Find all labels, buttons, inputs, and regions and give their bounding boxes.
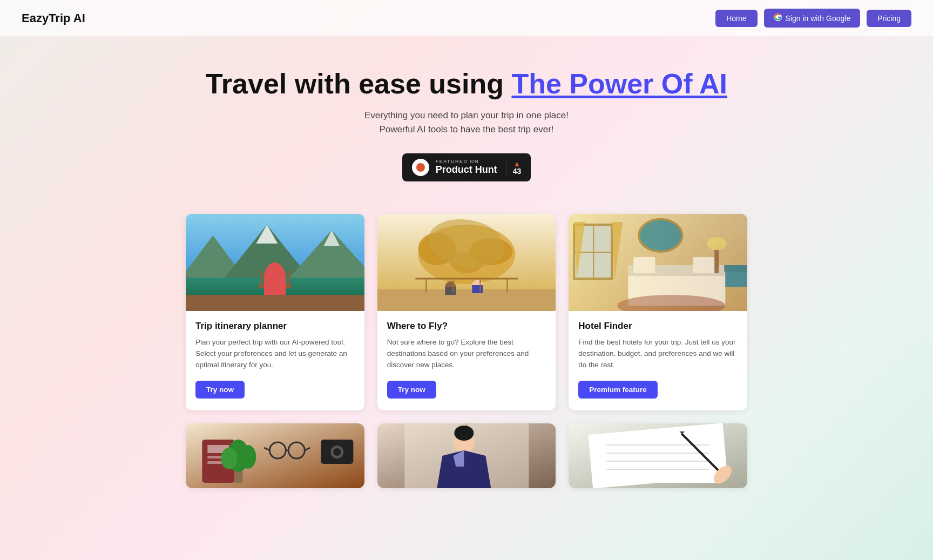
home-button[interactable]: Home — [715, 10, 757, 27]
svg-rect-47 — [725, 265, 747, 272]
svg-rect-39 — [634, 257, 655, 273]
svg-point-72 — [461, 427, 467, 433]
cards-grid: Trip itinerary planner Plan your perfect… — [186, 214, 747, 410]
card-itinerary-try-button[interactable]: Try now — [195, 381, 245, 399]
card-where-to-fly-desc: Not sure where to go? Explore the best d… — [387, 337, 546, 371]
svg-point-11 — [267, 278, 282, 285]
svg-point-13 — [269, 271, 281, 275]
svg-rect-7 — [186, 278, 364, 300]
card-itinerary-title: Trip itinerary planner — [195, 321, 355, 332]
cards-grid-row2 — [186, 423, 747, 488]
card-where-to-fly-image — [377, 214, 556, 311]
card-itinerary-image — [186, 214, 364, 311]
svg-rect-8 — [259, 284, 291, 288]
nav-actions: Home Sign in with Google Pricing — [715, 9, 911, 28]
svg-rect-31 — [574, 225, 612, 279]
svg-rect-9 — [260, 271, 262, 287]
cards-section: Trip itinerary planner Plan your perfect… — [170, 203, 763, 488]
card-itinerary-body: Trip itinerary planner Plan your perfect… — [186, 311, 364, 410]
svg-point-14 — [272, 269, 278, 275]
hero-title: Travel with ease using The Power Of AI — [11, 69, 922, 99]
google-icon — [774, 13, 782, 23]
product-hunt-arrow: ▲ — [513, 160, 521, 167]
hero-section: Travel with ease using The Power Of AI E… — [0, 36, 933, 203]
svg-point-20 — [450, 252, 483, 273]
svg-rect-46 — [726, 268, 747, 287]
pricing-button[interactable]: Pricing — [867, 10, 911, 27]
svg-rect-34 — [574, 252, 612, 253]
product-hunt-text: FEATURED ON Product Hunt — [436, 159, 497, 176]
card-where-to-fly: Where to Fly? Not sure where to go? Expl… — [377, 214, 556, 410]
card-itinerary: Trip itinerary planner Plan your perfect… — [186, 214, 364, 410]
navbar: EazyTrip AI Home Sign in with Google Pri… — [0, 0, 933, 36]
card-hotel-finder-image — [569, 214, 747, 311]
svg-rect-30 — [569, 214, 747, 311]
logo: EazyTrip AI — [22, 11, 85, 25]
card-hotel-finder-body: Hotel Finder Find the best hotels for yo… — [569, 311, 747, 410]
card-itinerary-desc: Plan your perfect trip with our AI-power… — [195, 337, 355, 371]
svg-rect-44 — [639, 219, 682, 252]
svg-point-63 — [221, 448, 237, 469]
product-hunt-featured-label: FEATURED ON — [436, 159, 479, 164]
svg-rect-10 — [287, 271, 289, 287]
card-hotel-finder: Hotel Finder Find the best hotels for yo… — [569, 214, 747, 410]
product-hunt-name: Product Hunt — [436, 164, 497, 176]
bottom-card-3 — [569, 423, 747, 488]
svg-rect-37 — [628, 268, 726, 306]
card-where-to-fly-body: Where to Fly? Not sure where to go? Expl… — [377, 311, 556, 410]
signin-google-label: Sign in with Google — [786, 14, 851, 23]
card-where-to-fly-try-button[interactable]: Try now — [387, 381, 436, 399]
svg-point-12 — [271, 272, 279, 281]
product-hunt-logo-inner — [416, 163, 425, 172]
svg-rect-33 — [593, 225, 594, 279]
svg-rect-16 — [377, 289, 556, 311]
svg-point-42 — [707, 237, 727, 250]
svg-point-60 — [333, 448, 341, 456]
product-hunt-count: 43 — [513, 167, 522, 175]
svg-rect-40 — [693, 257, 715, 273]
svg-rect-75 — [596, 434, 720, 483]
card-hotel-finder-premium-button[interactable]: Premium feature — [578, 381, 658, 399]
svg-rect-41 — [715, 246, 719, 273]
card-where-to-fly-title: Where to Fly? — [387, 321, 546, 332]
card-hotel-finder-title: Hotel Finder — [578, 321, 738, 332]
svg-rect-43 — [639, 219, 682, 252]
svg-point-19 — [469, 238, 512, 265]
product-hunt-logo — [412, 159, 429, 176]
hero-title-accent: The Power Of AI — [511, 68, 727, 99]
hero-title-text: Travel with ease using — [206, 68, 511, 99]
svg-rect-52 — [207, 461, 224, 464]
product-hunt-votes: ▲ 43 — [506, 160, 522, 175]
product-hunt-badge[interactable]: FEATURED ON Product Hunt ▲ 43 — [402, 153, 531, 181]
svg-point-45 — [618, 295, 726, 311]
hero-subtitle-2: Powerful AI tools to have the best trip … — [11, 124, 922, 135]
svg-point-64 — [240, 445, 256, 469]
svg-rect-32 — [574, 225, 612, 279]
svg-rect-38 — [628, 265, 726, 276]
signin-google-button[interactable]: Sign in with Google — [764, 9, 861, 28]
svg-rect-24 — [472, 285, 483, 293]
svg-point-18 — [418, 233, 456, 265]
bottom-card-1 — [186, 423, 364, 488]
card-hotel-finder-desc: Find the best hotels for your trip. Just… — [578, 337, 738, 371]
svg-marker-36 — [612, 222, 623, 279]
bottom-card-2 — [377, 423, 556, 488]
svg-marker-35 — [574, 222, 585, 279]
hero-subtitle-1: Everything you need to plan your trip in… — [11, 110, 922, 121]
svg-rect-22 — [445, 287, 456, 295]
